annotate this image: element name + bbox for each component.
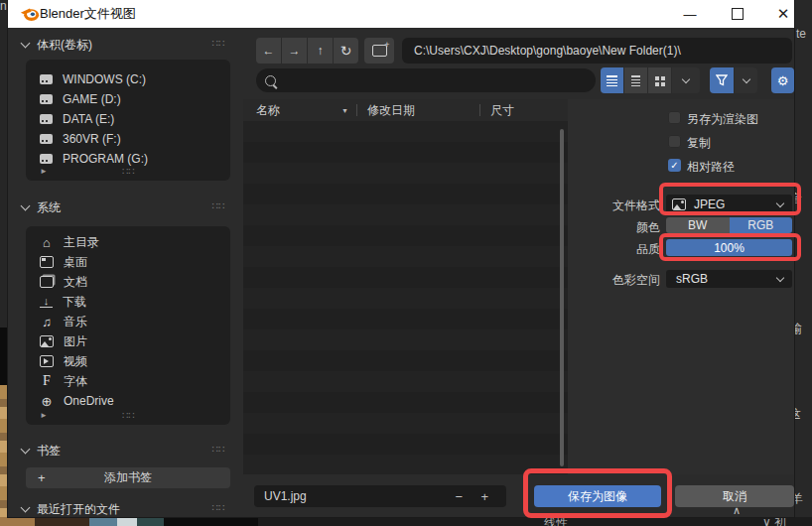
back-button[interactable]: ← [256,38,281,64]
drive-icon [40,134,53,144]
background-bottom-photo [0,517,164,526]
new-folder-button[interactable]: + [364,38,394,64]
column-name[interactable]: 名称 [256,102,280,119]
chevron-down-icon [742,75,749,83]
music-icon: ♫ [40,316,54,329]
drive-icon [40,74,53,84]
funnel-icon [716,74,728,86]
color-label: 颜色 [601,219,660,236]
column-date[interactable]: 修改日期 [367,102,415,119]
filter-button[interactable] [710,67,734,93]
column-divider[interactable] [479,104,480,116]
forward-button[interactable]: → [282,38,307,64]
section-bookmarks-header[interactable]: 书签 ∷∷ [20,443,230,459]
gear-icon: ⚙ [777,73,789,88]
file-format-label: 文件格式 [581,197,660,214]
expand-triangle-icon[interactable]: ► [40,167,48,176]
system-item[interactable]: ♫ 音乐 [26,312,230,331]
color-space-label: 色彩空间 [581,272,660,289]
add-bookmark-button[interactable]: + 添加书签 [26,467,230,488]
titlebar[interactable]: Blender文件视图 — ✕ [8,0,794,28]
volume-item[interactable]: WINDOWS (C:) [26,69,230,89]
background-left-image-strip [0,385,8,526]
up-button[interactable]: ↑ [308,38,333,64]
search-field[interactable] [256,68,596,92]
detail-list-icon [631,75,640,86]
section-label: 体积(卷标) [37,37,92,54]
vertical-list-icon [607,75,617,86]
settings-button[interactable]: ⚙ [771,67,794,93]
expand-triangle-icon[interactable]: ► [40,411,48,420]
drive-icon [40,154,53,164]
nav-button-group: ← → ↑ ↻ [256,38,358,64]
section-system-header[interactable]: 系统 ∷∷ [20,199,230,215]
desktop-icon [40,256,54,268]
section-volumes-header[interactable]: 体积(卷标) ∷∷ [20,37,230,53]
volume-item[interactable]: 360VR (F:) [26,129,230,149]
minimize-button[interactable]: — [673,0,707,28]
path-field[interactable]: C:\Users\CXJ\Desktop\gong\baoye\New Fold… [402,38,792,64]
volume-item[interactable]: DATA (E:) [26,109,230,129]
system-item[interactable]: 图片 [26,331,230,351]
file-list-area[interactable] [243,121,568,474]
copy-checkbox[interactable] [668,135,681,148]
thumbnail-view-button[interactable] [648,67,671,93]
maximize-button[interactable] [721,0,754,28]
system-item[interactable]: 文档 [26,272,230,292]
detail-list-view-button[interactable] [624,67,647,93]
background-text-fragment: te [796,27,806,41]
save-as-render-label: 另存为渲染图 [687,111,758,128]
path-text: C:\Users\CXJ\Desktop\gong\baoye\New Fold… [414,44,681,58]
background-right-strip [794,0,812,526]
increment-button[interactable]: + [480,489,488,504]
vertical-list-view-button[interactable] [601,67,623,93]
display-mode-dropdown[interactable] [672,67,700,93]
onedrive-icon: ⊕ [40,395,54,408]
relative-path-label: 相对路径 [687,159,735,176]
check-icon: ✓ [670,160,678,171]
filter-group [710,67,757,93]
section-label: 最近打开的文件 [37,501,120,518]
documents-icon [40,276,54,288]
system-panel: ⌂ 主目录 桌面 文档 ↓ 下载 ♫ 音乐 图片 视频 F [26,226,230,425]
system-item[interactable]: 视频 [26,351,230,371]
grip-handle-icon[interactable]: ∷∷ [122,410,135,421]
file-list-scrollbar[interactable] [560,129,564,466]
column-divider[interactable] [356,104,357,116]
chevron-down-icon [21,39,31,49]
chevron-down-icon [21,503,31,513]
system-item[interactable]: ⊕ OneDrive [26,391,230,411]
grid-icon [655,76,659,80]
grip-handle-icon[interactable]: ∷∷ [211,444,224,455]
image-icon [40,335,54,347]
grip-handle-icon[interactable]: ∷∷ [211,200,224,211]
filter-dropdown[interactable] [735,67,757,93]
refresh-button[interactable]: ↻ [334,38,358,64]
column-size[interactable]: 尺寸 [490,102,514,119]
section-recent-header[interactable]: 最近打开的文件 ∷∷ [20,501,230,517]
system-item[interactable]: 桌面 [26,252,230,272]
close-button[interactable]: ✕ [766,0,800,28]
relative-path-checkbox[interactable]: ✓ [668,159,681,172]
grip-handle-icon[interactable]: ∷∷ [211,38,224,49]
save-as-render-checkbox[interactable] [668,111,681,124]
sort-descending-icon[interactable]: ▼ [341,107,348,114]
grip-handle-icon[interactable]: ∷∷ [211,502,224,513]
color-space-value: sRGB [676,272,708,286]
color-space-dropdown[interactable]: sRGB [666,270,792,288]
chevron-down-icon [21,445,31,455]
system-item[interactable]: ⌂ 主目录 [26,232,230,252]
color-rgb-button[interactable]: RGB [730,217,793,233]
new-folder-icon: + [372,45,387,57]
section-label: 系统 [37,199,61,216]
volumes-panel: WINDOWS (C:) GAME (D:) DATA (E:) 360VR (… [26,60,230,181]
filename-field[interactable]: UV1.jpg − + [254,485,506,507]
volume-item[interactable]: GAME (D:) [26,89,230,109]
system-item[interactable]: F 字体 [26,371,230,391]
grip-handle-icon[interactable]: ∷∷ [122,166,135,177]
decrement-button[interactable]: − [455,489,463,504]
section-label: 书签 [37,443,61,460]
drive-icon [40,94,53,104]
color-bw-button[interactable]: BW [666,217,730,233]
system-item[interactable]: ↓ 下载 [26,292,230,312]
